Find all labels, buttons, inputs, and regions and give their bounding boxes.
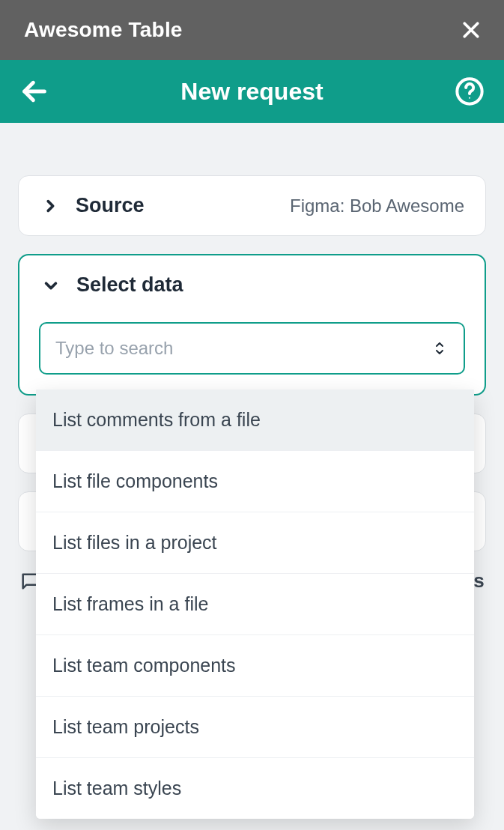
app-title: Awesome Table xyxy=(24,18,183,42)
dropdown-item[interactable]: List comments from a file xyxy=(36,390,474,451)
select-data-body xyxy=(19,315,485,394)
source-label: Source xyxy=(76,194,145,217)
dropdown-item[interactable]: List frames in a file xyxy=(36,574,474,635)
select-data-card-header[interactable]: Select data xyxy=(19,255,485,315)
close-icon xyxy=(460,19,482,41)
close-button[interactable] xyxy=(456,15,486,45)
search-field[interactable] xyxy=(39,322,465,375)
help-button[interactable] xyxy=(452,73,488,109)
source-card[interactable]: Source Figma: Bob Awesome xyxy=(18,175,486,236)
source-card-header[interactable]: Source Figma: Bob Awesome xyxy=(19,176,485,235)
chevron-right-icon xyxy=(40,196,61,216)
page-title: New request xyxy=(52,78,452,106)
source-value: Figma: Bob Awesome xyxy=(290,196,464,216)
dropdown-item[interactable]: List file components xyxy=(36,451,474,512)
arrow-left-icon xyxy=(19,76,49,106)
help-icon xyxy=(455,76,485,106)
chevron-down-icon xyxy=(40,275,61,296)
topbar: New request xyxy=(0,60,504,123)
titlebar: Awesome Table xyxy=(0,0,504,60)
dropdown-item[interactable]: List team components xyxy=(36,635,474,697)
svg-point-4 xyxy=(469,97,470,99)
back-button[interactable] xyxy=(16,73,52,109)
search-input[interactable] xyxy=(55,338,431,359)
updown-caret-icon xyxy=(431,342,449,355)
select-data-card: Select data xyxy=(18,254,486,396)
search-dropdown: List comments from a file List file comp… xyxy=(36,390,474,819)
dropdown-item[interactable]: List team projects xyxy=(36,697,474,758)
dropdown-item[interactable]: List files in a project xyxy=(36,512,474,574)
dropdown-item[interactable]: List team styles xyxy=(36,758,474,819)
select-data-label: Select data xyxy=(76,273,183,297)
